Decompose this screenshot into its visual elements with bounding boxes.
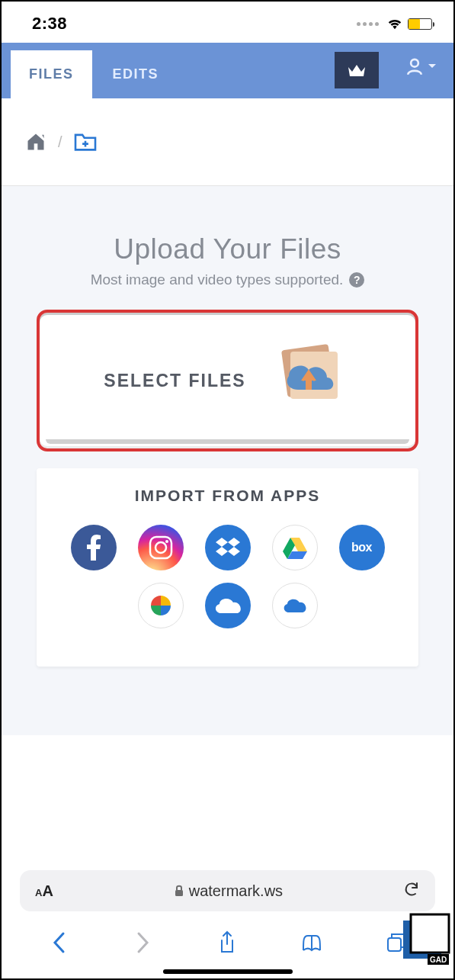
svg-rect-8 bbox=[175, 890, 183, 896]
page-subtitle: Most image and video types supported. ? bbox=[2, 272, 453, 288]
dropbox-icon[interactable] bbox=[205, 525, 251, 570]
url-display[interactable]: watermark.ws bbox=[174, 882, 283, 900]
svg-point-6 bbox=[155, 542, 166, 553]
app-row-2 bbox=[59, 583, 396, 628]
user-icon bbox=[405, 56, 425, 76]
url-text: watermark.ws bbox=[189, 882, 283, 900]
import-title: IMPORT FROM APPS bbox=[59, 487, 396, 505]
safari-address-bar[interactable]: AA watermark.ws bbox=[20, 870, 435, 911]
wifi-icon bbox=[386, 17, 403, 31]
breadcrumb-separator: / bbox=[58, 133, 62, 151]
upload-cloud-icon bbox=[268, 342, 351, 419]
svg-rect-11 bbox=[411, 914, 449, 953]
safari-toolbar bbox=[2, 921, 453, 965]
breadcrumb: / bbox=[2, 98, 453, 186]
tab-files[interactable]: FILES bbox=[11, 50, 92, 98]
corner-badge-icon: GAD bbox=[391, 908, 450, 968]
cellular-signal-icon bbox=[357, 22, 379, 26]
app-row-1: box bbox=[59, 525, 396, 570]
status-bar: 2:38 bbox=[2, 2, 453, 43]
status-indicators bbox=[357, 17, 432, 31]
share-button[interactable] bbox=[216, 931, 239, 954]
battery-icon bbox=[408, 18, 432, 30]
forward-button[interactable] bbox=[132, 931, 155, 954]
lock-icon bbox=[174, 885, 184, 897]
svg-rect-5 bbox=[150, 537, 171, 558]
box-icon[interactable]: box bbox=[339, 525, 385, 570]
page-title: Upload Your Files bbox=[2, 233, 453, 265]
onedrive-icon[interactable] bbox=[205, 583, 251, 628]
svg-point-0 bbox=[411, 59, 418, 67]
top-nav-bar: FILES EDITS bbox=[2, 43, 453, 98]
instagram-icon[interactable] bbox=[138, 525, 184, 570]
import-apps-card: IMPORT FROM APPS box bbox=[37, 468, 418, 667]
back-button[interactable] bbox=[47, 931, 70, 954]
user-menu-button[interactable] bbox=[405, 56, 437, 76]
google-drive-icon[interactable] bbox=[272, 525, 318, 570]
tab-edits[interactable]: EDITS bbox=[95, 50, 178, 98]
svg-text:GAD: GAD bbox=[430, 956, 447, 964]
select-files-button[interactable]: SELECT FILES bbox=[37, 310, 418, 451]
reload-button[interactable] bbox=[403, 880, 420, 902]
text-size-button[interactable]: AA bbox=[35, 882, 53, 900]
svg-rect-4 bbox=[306, 379, 312, 390]
svg-point-7 bbox=[165, 540, 168, 543]
premium-button[interactable] bbox=[335, 52, 379, 88]
chevron-down-icon bbox=[428, 63, 437, 69]
home-icon[interactable] bbox=[24, 131, 47, 153]
main-content: Upload Your Files Most image and video t… bbox=[2, 186, 453, 735]
onedrive-alt-icon[interactable] bbox=[272, 583, 318, 628]
status-time: 2:38 bbox=[32, 14, 67, 34]
select-files-label: SELECT FILES bbox=[104, 371, 245, 391]
google-photos-icon[interactable] bbox=[138, 583, 184, 628]
bookmarks-button[interactable] bbox=[300, 931, 323, 954]
crown-icon bbox=[347, 63, 367, 78]
help-icon[interactable]: ? bbox=[349, 272, 364, 288]
facebook-icon[interactable] bbox=[71, 525, 117, 570]
subtitle-text: Most image and video types supported. bbox=[91, 272, 344, 288]
new-folder-icon[interactable] bbox=[73, 132, 98, 152]
home-indicator[interactable] bbox=[163, 969, 293, 974]
